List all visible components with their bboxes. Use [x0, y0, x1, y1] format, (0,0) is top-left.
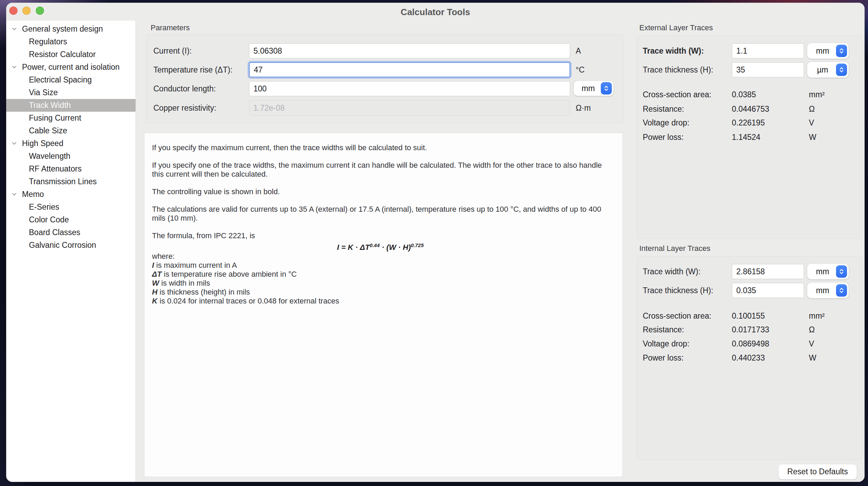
current-label: Current (I): — [153, 43, 192, 58]
internal-trace-thickness-label: Trace thickness (H): — [643, 283, 713, 298]
internal-resistance-value: 0.0171733 — [732, 324, 769, 335]
title-bar[interactable]: Calculator Tools — [6, 3, 865, 21]
tree-item-label: Memo — [22, 190, 44, 199]
current-input[interactable] — [249, 43, 570, 58]
stepper-icon — [601, 82, 612, 95]
sidebar-item-general-system-design[interactable]: General system design — [6, 23, 135, 35]
external-power-loss-unit: W — [809, 132, 816, 142]
internal-layer-traces-label: Internal Layer Traces — [639, 244, 710, 253]
internal-trace-width-unit-dropdown[interactable]: mm — [807, 264, 849, 279]
internal-trace-width-input[interactable] — [732, 264, 804, 279]
conductor-length-unit-dropdown[interactable]: mm — [574, 81, 614, 96]
sidebar-item-e-series[interactable]: E-Series — [6, 201, 135, 213]
external-voltage-drop-value: 0.226195 — [732, 118, 765, 128]
sidebar-item-regulators[interactable]: Regulators — [6, 35, 135, 48]
chevron-down-icon — [12, 193, 17, 196]
internal-trace-thickness-input[interactable] — [732, 283, 804, 298]
sidebar-item-power-current-and-isolation[interactable]: Power, current and isolation — [6, 61, 135, 74]
copper-resistivity-unit-label: Ω·m — [576, 100, 591, 115]
tree-item-label: High Speed — [22, 139, 63, 148]
sidebar-item-high-speed[interactable]: High Speed — [6, 137, 135, 150]
definition-line: H is thickness (height) in mils — [152, 288, 609, 297]
tree-item-label: Regulators — [29, 37, 67, 46]
help-paragraph: If you specify one of the trace widths, … — [152, 161, 609, 179]
chevron-down-icon — [12, 142, 17, 145]
parameters-section-label: Parameters — [151, 23, 190, 32]
internal-power-loss-value: 0.440233 — [732, 353, 765, 363]
tree-item-label: E-Series — [29, 202, 59, 212]
tree-item-label: Cable Size — [29, 126, 67, 135]
sidebar-item-track-width[interactable]: Track Width — [6, 99, 135, 112]
temperature-rise-unit-label: °C — [576, 62, 585, 77]
tree-item-label: Wavelength — [29, 152, 70, 161]
tree-item-label: Transmission Lines — [29, 177, 97, 186]
definition-line: K is 0.024 for internal traces or 0.048 … — [152, 297, 609, 306]
where-label: where: — [152, 252, 609, 261]
external-cross-section-unit: mm² — [809, 89, 825, 100]
definition-line: ΔT is temperature rise above ambient in … — [152, 270, 609, 279]
sidebar-item-memo[interactable]: Memo — [6, 188, 135, 201]
tree-item-label: RF Attenuators — [29, 164, 82, 174]
window-content: General system design Regulators Resisto… — [6, 21, 865, 482]
dropdown-selected-value: µm — [807, 65, 836, 75]
reset-to-defaults-button[interactable]: Reset to Defaults — [778, 464, 857, 479]
definition-line: I is maximum current in A — [152, 261, 609, 270]
sidebar-item-transmission-lines[interactable]: Transmission Lines — [6, 175, 135, 188]
help-paragraph: The controlling value is shown in bold. — [152, 187, 609, 196]
sidebar-item-resistor-calculator[interactable]: Resistor Calculator — [6, 48, 135, 61]
stepper-icon — [836, 64, 847, 76]
external-power-loss-label: Power loss: — [643, 132, 684, 142]
external-layer-traces-label: External Layer Traces — [639, 23, 713, 32]
sidebar-item-wavelength[interactable]: Wavelength — [6, 150, 135, 163]
internal-cross-section-label: Cross-section area: — [643, 311, 711, 321]
sidebar-item-via-size[interactable]: Via Size — [6, 86, 135, 99]
current-unit-label: A — [576, 43, 581, 58]
dropdown-selected-value: mm — [807, 267, 836, 276]
external-trace-width-unit-dropdown[interactable]: mm — [807, 43, 849, 59]
sidebar-item-color-code[interactable]: Color Code — [6, 213, 135, 226]
tree-item-label: Board Classes — [29, 228, 80, 237]
window-title: Calculator Tools — [6, 7, 865, 18]
sidebar-item-rf-attenuators[interactable]: RF Attenuators — [6, 163, 135, 175]
temperature-rise-label: Temperature rise (ΔT): — [153, 62, 232, 77]
external-cross-section-value: 0.0385 — [732, 89, 756, 100]
sidebar-item-fusing-current[interactable]: Fusing Current — [6, 112, 135, 124]
sidebar-item-electrical-spacing[interactable]: Electrical Spacing — [6, 74, 135, 86]
external-resistance-unit: Ω — [809, 104, 815, 114]
tree-list: General system design Regulators Resisto… — [6, 23, 135, 252]
internal-resistance-label: Resistance: — [643, 324, 684, 335]
temperature-rise-input[interactable] — [249, 62, 570, 77]
tree-item-label: Resistor Calculator — [29, 50, 96, 59]
external-cross-section-label: Cross-section area: — [643, 89, 711, 100]
external-voltage-drop-label: Voltage drop: — [643, 118, 690, 128]
external-trace-thickness-unit-dropdown[interactable]: µm — [807, 62, 849, 78]
external-power-loss-value: 1.14524 — [732, 132, 760, 142]
stepper-icon — [836, 45, 847, 57]
dropdown-selected-value: mm — [574, 84, 601, 93]
internal-cross-section-unit: mm² — [809, 311, 825, 321]
help-paragraph: The formula, from IPC 2221, is — [152, 231, 609, 240]
stepper-icon — [836, 284, 847, 297]
external-trace-thickness-input[interactable] — [732, 62, 804, 77]
external-trace-width-input[interactable] — [732, 43, 804, 58]
stepper-icon — [836, 265, 847, 278]
tree-item-label: Color Code — [29, 215, 69, 224]
external-voltage-drop-unit: V — [809, 118, 814, 128]
sidebar-item-galvanic-corrosion[interactable]: Galvanic Corrosion — [6, 239, 135, 252]
internal-power-loss-label: Power loss: — [643, 353, 684, 363]
sidebar-item-cable-size[interactable]: Cable Size — [6, 124, 135, 137]
help-paragraph: The calculations are valid for currents … — [152, 205, 609, 223]
tree-item-label: Galvanic Corrosion — [29, 241, 96, 250]
dropdown-selected-value: mm — [807, 46, 836, 56]
tree-item-label: Electrical Spacing — [29, 75, 92, 85]
calculator-tree-sidebar: General system design Regulators Resisto… — [6, 21, 136, 482]
conductor-length-input[interactable] — [249, 81, 570, 96]
internal-resistance-unit: Ω — [809, 324, 815, 335]
conductor-length-label: Conductor length: — [153, 81, 216, 96]
tree-item-label: Via Size — [29, 88, 58, 97]
copper-resistivity-input — [249, 100, 570, 115]
tree-item-label: Fusing Current — [29, 113, 81, 123]
internal-trace-thickness-unit-dropdown[interactable]: mm — [807, 283, 849, 298]
external-resistance-label: Resistance: — [643, 104, 684, 114]
sidebar-item-board-classes[interactable]: Board Classes — [6, 226, 135, 239]
